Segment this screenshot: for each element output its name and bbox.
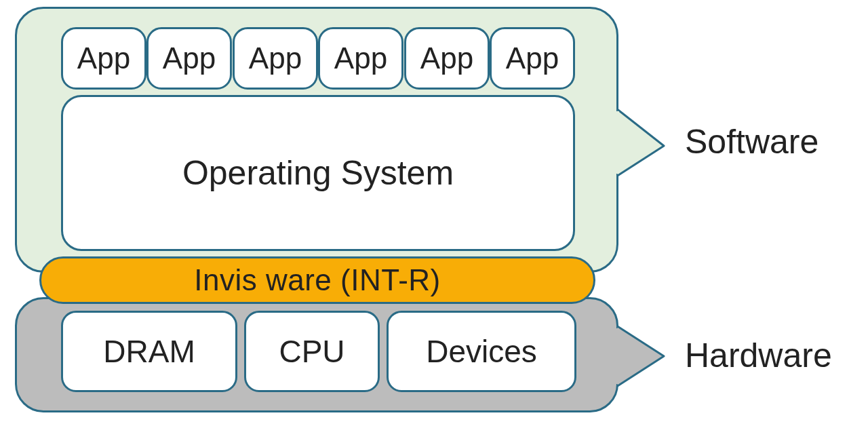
invis-ware-layer: Invis ware (INT-R) [39,256,595,304]
app-box: App [404,27,490,90]
app-box: App [146,27,232,90]
operating-system-label: Operating System [182,153,454,193]
operating-system-box: Operating System [61,95,575,251]
devices-box: Devices [387,311,576,392]
dram-box: DRAM [61,311,237,392]
app-label: App [77,41,130,75]
hw-label: DRAM [103,333,195,370]
hw-label: CPU [279,333,344,370]
invis-ware-label: Invis ware (INT-R) [194,263,440,297]
app-label: App [420,41,473,75]
app-box: App [233,27,318,90]
svg-rect-3 [616,328,619,384]
app-box: App [61,27,146,90]
diagram-canvas: Invis ware (INT-R) App App App App App A… [0,0,868,424]
software-label: Software [685,122,818,161]
app-box: App [490,27,575,90]
svg-rect-1 [616,111,619,174]
app-label: App [163,41,216,75]
hw-label: Devices [426,333,537,370]
hardware-label: Hardware [685,336,832,375]
app-label: App [249,41,302,75]
cpu-box: CPU [244,311,380,392]
svg-marker-2 [616,326,664,387]
app-label: App [506,41,559,75]
app-box: App [318,27,403,90]
svg-marker-0 [616,109,664,176]
app-label: App [334,41,387,75]
